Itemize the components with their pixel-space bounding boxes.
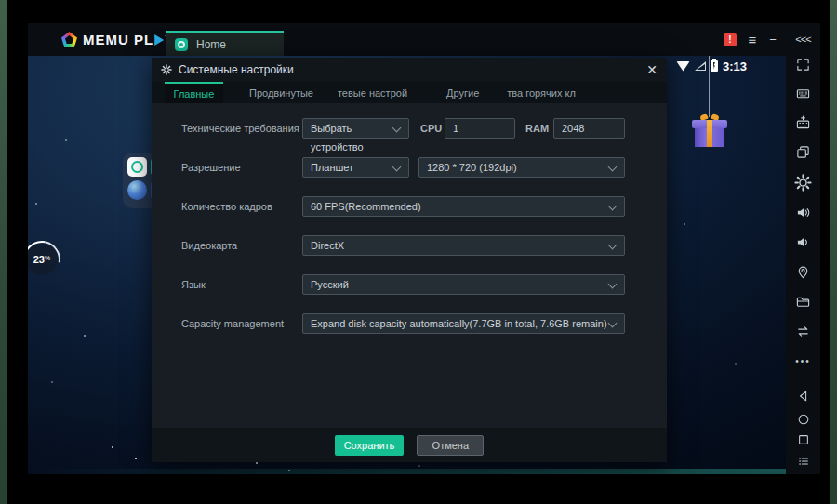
dialog-tab-bar: Главные Продвинутые тевые настрой Другие… [152,82,667,103]
volume-down-icon [796,235,810,249]
settings-gear-icon [794,174,812,192]
toolbar-sidebar: <<< [786,23,820,474]
nav-back-button[interactable] [795,388,811,404]
capacity-dropdown[interactable]: Expand disk capacity automatically(7.7GB… [302,313,625,334]
dialog-header[interactable]: Системные настройки ✕ [152,58,667,82]
cell-signal-icon [695,61,706,71]
settings-button[interactable] [793,173,813,192]
title-bar: MEMU PLY Home ! ≡ − □ × [28,23,820,56]
multi-window-icon [796,145,810,159]
row-resolution: Разрешение Планшет 1280 * 720 (192dpi) [152,157,667,178]
alert-badge-icon[interactable]: ! [724,33,737,46]
battery-icon [711,60,718,72]
row-gpu: Видеокарта DirectX [152,235,667,256]
device-type-value: Планшет [311,162,353,173]
back-triangle-icon [797,390,810,403]
gpu-value: DirectX [311,240,344,251]
collapse-toolbar-button[interactable]: <<< [795,31,811,46]
performance-widget[interactable]: 23 % [28,244,58,275]
folder-icon [796,295,810,309]
game-center-app-icon[interactable] [127,157,147,177]
app-menu-button[interactable] [795,453,811,469]
memu-pentagon-icon [61,32,77,47]
chevron-down-icon [392,163,402,172]
cpu-input[interactable]: 1 [445,118,515,139]
home-tab-icon [175,38,188,51]
row-device: Технические требования Выбрать устройств… [152,118,667,139]
location-button[interactable] [795,264,811,280]
save-button[interactable]: Сохранить [335,435,405,456]
tab-advanced[interactable]: Продвинутые [246,82,317,103]
fps-value: 60 FPS(Recommended) [311,201,421,212]
wallpaper-stars [28,56,30,58]
shared-folder-button[interactable] [795,294,811,310]
chevron-down-icon [608,202,618,211]
device-type-dropdown[interactable]: Планшет [302,157,409,178]
memu-logo-text: MEMU PLY [83,32,175,47]
more-dots-icon: ••• [795,356,811,366]
language-value: Русский [311,279,349,290]
gift-string [709,56,710,117]
resolution-value: 1280 * 720 (192dpi) [427,162,517,173]
fullscreen-icon [796,58,810,72]
logo-text-left: MEMU PL [83,32,153,47]
fps-label: Количество кадров [181,196,272,217]
wifi-icon [676,61,690,72]
device-dropdown[interactable]: Выбрать устройство [302,118,409,139]
dialog-body: Технические требования Выбрать устройств… [152,103,667,428]
cancel-button[interactable]: Отмена [417,435,484,456]
tab-hotkeys[interactable]: тва горячих кл [503,82,579,103]
keyboard-icon [796,86,810,100]
operation-keys-icon [796,115,810,129]
cpu-label: CPU [420,118,442,139]
row-language: Язык Русский [152,274,667,295]
dialog-close-button[interactable]: ✕ [646,63,658,76]
capacity-value: Expand disk capacity automatically(7.7GB… [311,318,607,329]
chevron-down-icon [608,280,618,289]
resolution-label: Разрешение [181,157,241,178]
fullscreen-button[interactable] [795,57,811,73]
chevron-down-icon [392,124,402,133]
more-options-button[interactable]: ••• [795,353,811,369]
gift-box-icon[interactable] [692,113,727,147]
resolution-dropdown[interactable]: 1280 * 720 (192dpi) [418,157,625,178]
nav-recents-button[interactable] [795,431,811,447]
operation-keys-button[interactable] [795,114,811,130]
row-capacity: Capacity management Expand disk capacity… [152,313,667,334]
gpu-dropdown[interactable]: DirectX [302,235,625,256]
desktop-edge-right [830,0,837,504]
tab-other[interactable]: Другие [443,82,483,103]
device-label: Технические требования [181,118,299,139]
android-status-bar: 3:13 [676,59,747,73]
memu-logo: MEMU PLY [61,32,175,47]
memu-player-window: MEMU PLY Home ! ≡ − □ × 3:13 [0,0,837,504]
volume-up-button[interactable] [795,205,811,220]
row-fps: Количество кадров 60 FPS(Recommended) [152,196,667,217]
tab-network[interactable]: тевые настрой [334,82,411,103]
ram-input[interactable]: 2048 [553,118,625,139]
rotate-screen-button[interactable] [795,324,811,339]
cpu-percent-value: 23 [33,254,45,265]
home-tab-label: Home [196,38,226,51]
language-dropdown[interactable]: Русский [302,274,625,295]
minimize-button[interactable]: − [763,33,783,46]
play-triangle-icon [154,34,164,46]
window-menu-icon[interactable]: ≡ [742,32,763,47]
tab-main[interactable]: Главные [165,82,223,103]
nav-home-button[interactable] [795,411,811,427]
virtual-keyboard-button[interactable] [795,86,811,101]
fps-dropdown[interactable]: 60 FPS(Recommended) [302,196,625,217]
gpu-label: Видеокарта [181,235,237,256]
chevron-down-icon [608,241,618,250]
volume-down-button[interactable] [795,234,811,250]
dialog-footer: Сохранить Отмена [152,428,667,462]
tab-home[interactable]: Home [166,31,284,56]
language-label: Язык [181,274,206,295]
status-clock: 3:13 [723,60,747,73]
cpu-percent-sign: % [45,255,50,261]
multi-window-button[interactable] [795,144,811,160]
rotate-icon [796,325,810,338]
system-settings-dialog: Системные настройки ✕ Главные Продвинуты… [152,58,667,462]
browser-app-icon[interactable] [127,180,147,200]
ram-label: RAM [525,118,549,139]
